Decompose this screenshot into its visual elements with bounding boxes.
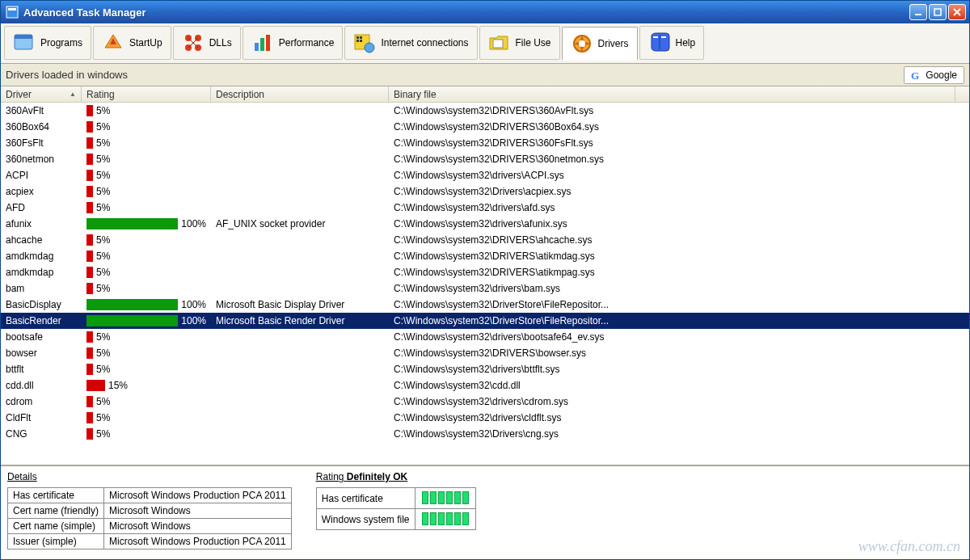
drivers-table: Driver▲ Rating Description Binary file 3… <box>1 86 969 466</box>
cell-driver: 360netmon <box>1 154 82 165</box>
cell-binary: C:\Windows\system32\drivers\bam.sys <box>389 283 969 294</box>
help-icon <box>648 32 671 54</box>
cell-driver: BasicRender <box>1 315 82 326</box>
tab-programs[interactable]: Programs <box>4 26 91 60</box>
cell-binary: C:\Windows\system32\Drivers\cng.sys <box>389 428 969 440</box>
column-rating[interactable]: Rating <box>82 86 211 102</box>
sort-arrow-icon: ▲ <box>70 91 76 98</box>
cell-rating: 5% <box>82 428 211 440</box>
table-row[interactable]: cdrom5%C:\Windows\system32\drivers\cdrom… <box>1 394 969 410</box>
cell-binary: C:\Windows\system32\drivers\ACPI.sys <box>389 170 969 181</box>
cell-rating: 5% <box>82 412 211 423</box>
rating-row: Windows system file <box>316 509 475 530</box>
table-row[interactable]: ACPI5%C:\Windows\system32\drivers\ACPI.s… <box>1 167 969 183</box>
table-row[interactable]: AFD5%C:\Windows\system32\drivers\afd.sys <box>1 200 969 216</box>
performance-icon <box>251 32 274 54</box>
cell-rating: 5% <box>82 331 211 343</box>
cell-rating: 5% <box>82 105 211 116</box>
minimize-button[interactable] <box>909 4 927 20</box>
google-button[interactable]: G Google <box>904 66 964 84</box>
cell-rating: 5% <box>82 267 211 278</box>
details-row: Has certificateMicrosoft Windows Product… <box>8 488 292 503</box>
sub-toolbar: Drivers loaded in windows G Google <box>1 64 969 86</box>
details-header: Details <box>7 471 292 482</box>
cell-rating: 100% <box>82 218 211 229</box>
cell-binary: C:\Windows\system32\DRIVERS\360Box64.sys <box>389 121 969 133</box>
table-row[interactable]: bootsafe5%C:\Windows\system32\drivers\bo… <box>1 329 969 345</box>
table-row[interactable]: BasicRender100%Microsoft Basic Render Dr… <box>1 313 969 329</box>
cell-binary: C:\Windows\system32\DriverStore\FileRepo… <box>389 299 969 310</box>
tab-drivers[interactable]: Drivers <box>562 27 638 61</box>
table-row[interactable]: CldFlt5%C:\Windows\system32\drivers\cldf… <box>1 410 969 426</box>
rating-header: Rating Definitely OK <box>316 471 476 482</box>
main-toolbar: Programs StartUp DLLs Performance Intern… <box>1 23 969 64</box>
cell-rating: 5% <box>82 186 211 197</box>
table-row[interactable]: bowser5%C:\Windows\system32\DRIVERS\bows… <box>1 345 969 361</box>
rating-row: Has certificate <box>316 488 475 509</box>
column-binary[interactable]: Binary file <box>389 86 955 102</box>
cell-binary: C:\Windows\system32\drivers\afd.sys <box>389 202 969 213</box>
cell-driver: amdkmdag <box>1 251 82 262</box>
titlebar[interactable]: Advanced Task Manager <box>1 1 969 23</box>
table-row[interactable]: 360netmon5%C:\Windows\system32\DRIVERS\3… <box>1 151 969 167</box>
cell-rating: 5% <box>82 251 211 262</box>
cell-binary: C:\Windows\system32\DRIVERS\bowser.sys <box>389 347 969 359</box>
cell-rating: 15% <box>82 380 211 391</box>
tab-performance[interactable]: Performance <box>242 26 344 60</box>
dlls-icon <box>182 32 205 54</box>
column-driver[interactable]: Driver▲ <box>1 86 82 102</box>
cell-driver: bootsafe <box>1 331 82 343</box>
table-header: Driver▲ Rating Description Binary file <box>1 86 969 103</box>
column-description[interactable]: Description <box>211 86 389 102</box>
tab-file-use[interactable]: File Use <box>479 26 560 60</box>
app-window: Advanced Task Manager Programs StartUp D… <box>0 0 970 560</box>
table-row[interactable]: afunix100%AF_UNIX socket providerC:\Wind… <box>1 216 969 232</box>
tab-internet-connections[interactable]: Internet connections <box>344 26 477 60</box>
tab-help[interactable]: Help <box>639 26 705 60</box>
cell-description: AF_UNIX socket provider <box>211 218 389 229</box>
cell-driver: BasicDisplay <box>1 299 82 310</box>
cell-binary: C:\Windows\system32\cdd.dll <box>389 380 969 391</box>
cell-driver: afunix <box>1 218 82 229</box>
cell-binary: C:\Windows\system32\DRIVERS\ahcache.sys <box>389 234 969 246</box>
maximize-button[interactable] <box>929 4 947 20</box>
cell-binary: C:\Windows\system32\Drivers\acpiex.sys <box>389 186 969 197</box>
table-row[interactable]: ahcache5%C:\Windows\system32\DRIVERS\ahc… <box>1 232 969 248</box>
table-row[interactable]: amdkmdap5%C:\Windows\system32\DRIVERS\at… <box>1 264 969 280</box>
table-row[interactable]: bam5%C:\Windows\system32\drivers\bam.sys <box>1 280 969 297</box>
cell-rating: 5% <box>82 364 211 375</box>
cell-driver: CldFlt <box>1 412 82 423</box>
svg-point-22 <box>365 43 374 53</box>
internet-icon <box>353 32 376 54</box>
table-row[interactable]: amdkmdag5%C:\Windows\system32\DRIVERS\at… <box>1 248 969 264</box>
cell-driver: acpiex <box>1 186 82 197</box>
cell-driver: ACPI <box>1 170 82 181</box>
svg-rect-3 <box>934 9 941 15</box>
tab-startup[interactable]: StartUp <box>93 26 171 60</box>
details-pane: Details Has certificateMicrosoft Windows… <box>1 466 969 559</box>
table-row[interactable]: 360FsFlt5%C:\Windows\system32\DRIVERS\36… <box>1 135 969 151</box>
table-row[interactable]: 360Box645%C:\Windows\system32\DRIVERS\36… <box>1 119 969 135</box>
svg-rect-23 <box>493 40 503 48</box>
rating-table: Has certificateWindows system file <box>316 487 476 530</box>
table-row[interactable]: bttflt5%C:\Windows\system32\drivers\bttf… <box>1 361 969 377</box>
close-button[interactable] <box>948 4 966 20</box>
table-row[interactable]: CNG5%C:\Windows\system32\Drivers\cng.sys <box>1 426 969 442</box>
table-row[interactable]: 360AvFlt5%C:\Windows\system32\DRIVERS\36… <box>1 103 969 119</box>
table-body[interactable]: 360AvFlt5%C:\Windows\system32\DRIVERS\36… <box>1 103 969 465</box>
svg-rect-19 <box>360 36 362 39</box>
svg-rect-7 <box>15 35 32 39</box>
cell-binary: C:\Windows\system32\drivers\bootsafe64_e… <box>389 331 969 343</box>
svg-rect-2 <box>915 14 922 15</box>
cell-description: Microsoft Basic Render Driver <box>211 315 389 326</box>
cell-driver: cdrom <box>1 396 82 407</box>
cell-driver: AFD <box>1 202 82 213</box>
table-row[interactable]: acpiex5%C:\Windows\system32\Drivers\acpi… <box>1 183 969 200</box>
cell-rating: 5% <box>82 137 211 149</box>
table-row[interactable]: cdd.dll15%C:\Windows\system32\cdd.dll <box>1 377 969 394</box>
tab-dlls[interactable]: DLLs <box>173 26 241 60</box>
cell-rating: 100% <box>82 315 211 326</box>
svg-text:G: G <box>911 69 919 81</box>
table-row[interactable]: BasicDisplay100%Microsoft Basic Display … <box>1 297 969 313</box>
svg-rect-15 <box>260 38 264 51</box>
